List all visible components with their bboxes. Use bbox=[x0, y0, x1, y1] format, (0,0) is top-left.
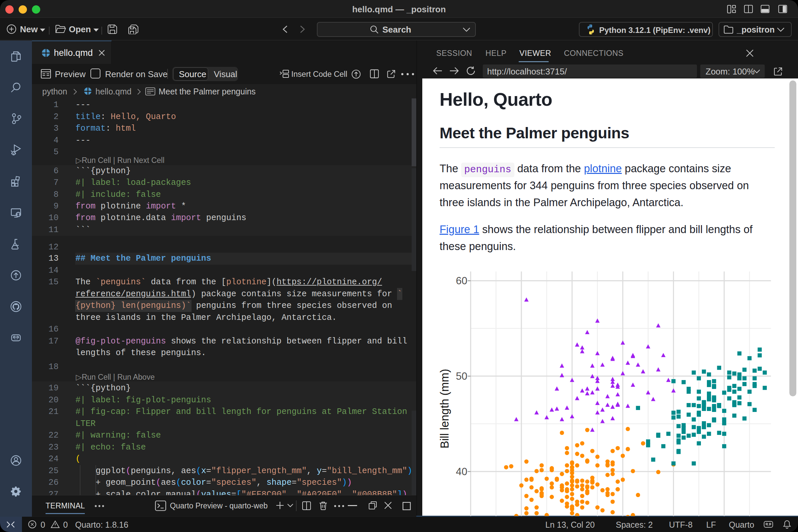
svg-text:60: 60 bbox=[456, 275, 467, 287]
svg-text:40: 40 bbox=[456, 466, 467, 477]
svg-text:Bill length (mm): Bill length (mm) bbox=[438, 369, 451, 449]
svg-text:50: 50 bbox=[456, 370, 467, 382]
